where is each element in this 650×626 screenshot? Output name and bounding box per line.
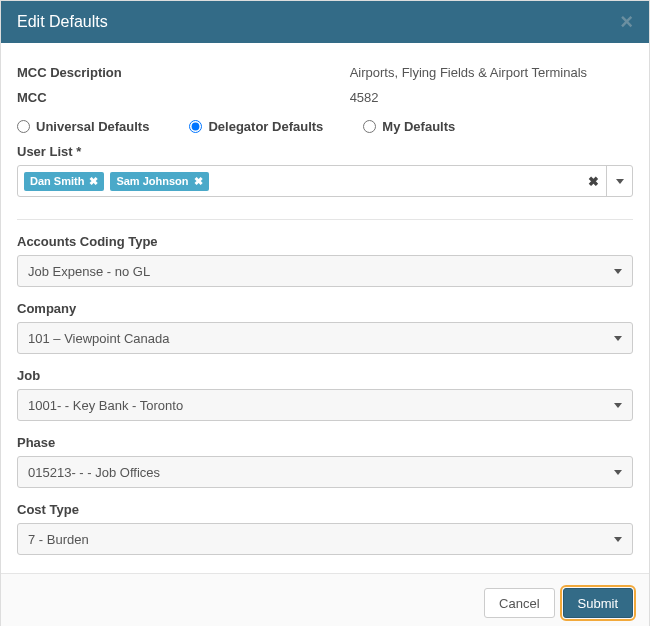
user-list-dropdown-toggle[interactable]: [606, 166, 632, 196]
mcc-value: 4582: [350, 90, 633, 105]
phase-value: 015213- - - Job Offices: [28, 465, 160, 480]
user-list-label: User List *: [17, 144, 633, 159]
section-divider: [17, 219, 633, 220]
modal-body: MCC Description Airports, Flying Fields …: [1, 43, 649, 573]
modal-footer: Cancel Submit: [1, 573, 649, 626]
user-list-tags[interactable]: Dan Smith ✖ Sam Johnson ✖: [18, 166, 580, 196]
edit-defaults-modal: Edit Defaults × MCC Description Airports…: [0, 0, 650, 626]
mcc-description-label: MCC Description: [17, 65, 350, 80]
cost-type-group: Cost Type 7 - Burden: [17, 502, 633, 555]
chevron-down-icon: [616, 179, 624, 184]
radio-delegator-defaults-label: Delegator Defaults: [208, 119, 323, 134]
company-value: 101 – Viewpoint Canada: [28, 331, 169, 346]
phase-label: Phase: [17, 435, 633, 450]
cancel-button[interactable]: Cancel: [484, 588, 554, 618]
clear-all-icon[interactable]: ✖: [580, 166, 606, 196]
radio-universal-defaults-label: Universal Defaults: [36, 119, 149, 134]
mcc-description-row: MCC Description Airports, Flying Fields …: [17, 65, 633, 80]
user-tag-label: Dan Smith: [30, 175, 84, 187]
cost-type-label: Cost Type: [17, 502, 633, 517]
radio-delegator-defaults[interactable]: Delegator Defaults: [189, 119, 323, 134]
phase-select[interactable]: 015213- - - Job Offices: [17, 456, 633, 488]
accounts-coding-type-group: Accounts Coding Type Job Expense - no GL: [17, 234, 633, 287]
user-tag-label: Sam Johnson: [116, 175, 188, 187]
accounts-coding-type-value: Job Expense - no GL: [28, 264, 150, 279]
radio-universal-defaults-input[interactable]: [17, 120, 30, 133]
user-list-field[interactable]: Dan Smith ✖ Sam Johnson ✖ ✖: [17, 165, 633, 197]
radio-my-defaults-input[interactable]: [363, 120, 376, 133]
accounts-coding-type-label: Accounts Coding Type: [17, 234, 633, 249]
remove-tag-icon[interactable]: ✖: [194, 175, 203, 188]
phase-group: Phase 015213- - - Job Offices: [17, 435, 633, 488]
company-label: Company: [17, 301, 633, 316]
company-select[interactable]: 101 – Viewpoint Canada: [17, 322, 633, 354]
cost-type-select[interactable]: 7 - Burden: [17, 523, 633, 555]
mcc-row: MCC 4582: [17, 90, 633, 105]
job-value: 1001- - Key Bank - Toronto: [28, 398, 183, 413]
modal-header: Edit Defaults ×: [1, 1, 649, 43]
radio-delegator-defaults-input[interactable]: [189, 120, 202, 133]
submit-button[interactable]: Submit: [563, 588, 633, 618]
radio-my-defaults[interactable]: My Defaults: [363, 119, 455, 134]
close-icon[interactable]: ×: [620, 11, 633, 33]
job-label: Job: [17, 368, 633, 383]
radio-my-defaults-label: My Defaults: [382, 119, 455, 134]
cost-type-value: 7 - Burden: [28, 532, 89, 547]
radio-universal-defaults[interactable]: Universal Defaults: [17, 119, 149, 134]
defaults-radio-group: Universal Defaults Delegator Defaults My…: [17, 119, 633, 134]
user-tag: Dan Smith ✖: [24, 172, 104, 191]
mcc-label: MCC: [17, 90, 350, 105]
job-group: Job 1001- - Key Bank - Toronto: [17, 368, 633, 421]
company-group: Company 101 – Viewpoint Canada: [17, 301, 633, 354]
accounts-coding-type-select[interactable]: Job Expense - no GL: [17, 255, 633, 287]
job-select[interactable]: 1001- - Key Bank - Toronto: [17, 389, 633, 421]
modal-title: Edit Defaults: [17, 13, 108, 31]
user-tag: Sam Johnson ✖: [110, 172, 208, 191]
remove-tag-icon[interactable]: ✖: [89, 175, 98, 188]
mcc-description-value: Airports, Flying Fields & Airport Termin…: [350, 65, 633, 80]
